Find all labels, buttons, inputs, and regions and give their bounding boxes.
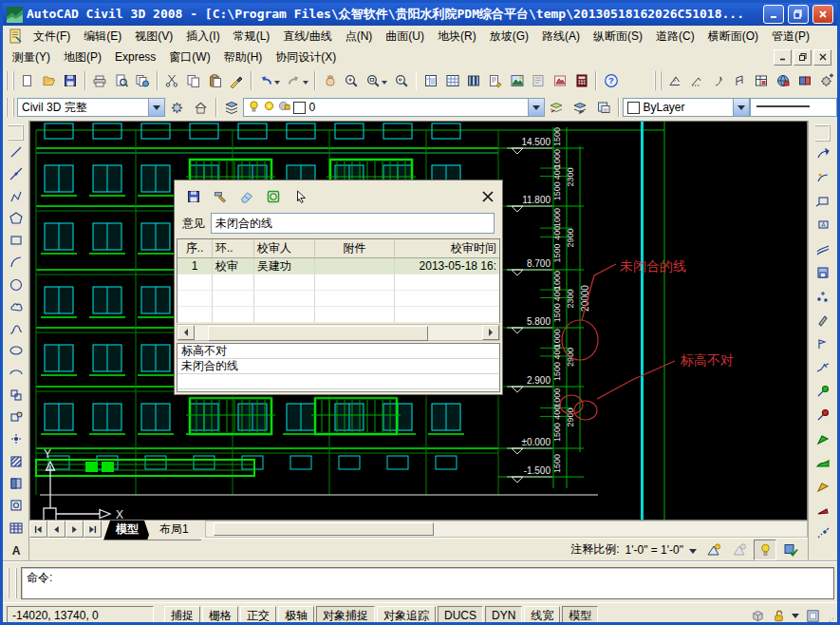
menu-item-row1-5[interactable]: 直线/曲线 — [276, 27, 338, 47]
col-seq[interactable]: 序.. — [177, 239, 213, 257]
toggle-snap[interactable]: 捕捉 — [164, 606, 200, 625]
sketch-icon[interactable] — [812, 309, 834, 331]
make-layer-current-button[interactable] — [545, 96, 569, 120]
col-review-time[interactable]: 校审时间 — [395, 239, 499, 257]
green-point-icon[interactable] — [812, 380, 834, 403]
region-icon[interactable] — [5, 495, 28, 516]
tab-prev-icon[interactable] — [47, 521, 65, 538]
menu-item-row1-2[interactable]: 视图(V) — [128, 27, 179, 47]
grading-tool-icon[interactable] — [686, 69, 708, 93]
chevron-down-icon[interactable] — [689, 543, 697, 557]
pan-icon[interactable] — [319, 69, 341, 93]
menu-item-row1-6[interactable]: 点(N) — [339, 27, 380, 47]
toolbar-lock-icon[interactable] — [769, 607, 788, 625]
toggle-polar[interactable]: 极轴 — [278, 606, 314, 625]
toolbar-grip[interactable] — [6, 98, 14, 117]
new-icon[interactable] — [17, 69, 39, 93]
menu-item-row2-5[interactable]: 协同设计(X) — [269, 47, 343, 67]
toggle-model[interactable]: 模型 — [562, 606, 598, 625]
breakline-icon[interactable] — [812, 356, 834, 379]
text-icon[interactable]: A — [5, 540, 28, 560]
layer-states-button[interactable] — [592, 96, 616, 120]
toolbar-grip[interactable] — [815, 124, 831, 142]
toolbar-grip[interactable] — [9, 124, 24, 141]
scrollbar-thumb[interactable] — [208, 326, 428, 341]
help-icon[interactable]: ? — [600, 69, 622, 93]
save-surface-icon[interactable] — [812, 261, 834, 284]
menu-item-row1-0[interactable]: 文件(F) — [27, 27, 77, 47]
coordinates-readout[interactable]: -14020, 13740, 0 — [7, 606, 154, 625]
parcel-tool-icon[interactable] — [664, 69, 686, 93]
menu-item-row2-4[interactable]: 帮助(H) — [217, 47, 270, 67]
profile-tool-icon[interactable] — [729, 69, 751, 93]
menu-item-row2-2[interactable]: Express — [108, 48, 162, 66]
sheet-set-icon[interactable] — [528, 69, 550, 93]
toolbar-grip[interactable] — [654, 71, 663, 90]
tab-layout1[interactable]: 布局1 — [147, 521, 201, 540]
create-points-icon[interactable] — [812, 285, 834, 308]
menu-item-row1-9[interactable]: 放坡(G) — [483, 27, 535, 47]
annotation-bulb-icon[interactable] — [754, 540, 776, 560]
undo-icon[interactable] — [255, 69, 284, 93]
my-workspace-button[interactable] — [189, 96, 213, 120]
resize-grip[interactable]: ⋰ — [824, 607, 833, 625]
layer-thaw-icon[interactable] — [263, 100, 275, 115]
copy-icon[interactable] — [182, 69, 204, 93]
chevron-down-icon[interactable] — [148, 99, 164, 116]
autoscale-icon[interactable] — [728, 540, 751, 560]
ellipse-arc-icon[interactable] — [5, 363, 28, 384]
table-horizontal-scrollbar[interactable] — [177, 324, 500, 341]
station-flag-icon[interactable] — [812, 332, 834, 355]
polygon-icon[interactable] — [5, 208, 28, 229]
spline-icon[interactable] — [5, 318, 28, 339]
menu-item-row1-8[interactable]: 地块(R) — [431, 27, 483, 47]
layer-on-icon[interactable] — [248, 100, 260, 115]
col-stage[interactable]: 环.. — [213, 239, 254, 257]
drawing-viewport[interactable]: 14.50011.8008.7005.8002.900±0.000-1.5001… — [29, 121, 808, 520]
close-button[interactable] — [812, 5, 833, 24]
toggle-grid[interactable]: 栅格 — [202, 606, 238, 625]
menu-item-row1-13[interactable]: 横断面(O) — [701, 27, 765, 47]
annotation-visibility-icon[interactable] — [702, 540, 725, 560]
redo-icon[interactable] — [284, 69, 312, 93]
mdi-minimize-button[interactable] — [774, 49, 792, 66]
layer-previous-button[interactable] — [569, 96, 592, 120]
line-icon[interactable] — [5, 142, 28, 162]
save-icon[interactable] — [60, 69, 82, 93]
table-icon[interactable] — [5, 517, 28, 538]
green-flag-icon[interactable] — [812, 427, 834, 450]
toolbar-grip[interactable] — [6, 71, 14, 90]
layer-combo[interactable]: 0 — [243, 98, 544, 117]
red-point-icon[interactable] — [812, 404, 834, 426]
circle-icon[interactable] — [5, 274, 28, 294]
mark-region-button[interactable] — [262, 185, 285, 208]
table-row[interactable]: 1 校审 吴建功 2013-05-18 16: — [177, 258, 499, 275]
minimize-button[interactable] — [763, 5, 784, 24]
tab-first-icon[interactable] — [29, 521, 47, 538]
red-wedge-icon[interactable] — [812, 499, 834, 521]
scroll-left-icon[interactable] — [177, 325, 195, 340]
menu-item-row2-0[interactable]: 测量(Y) — [6, 47, 57, 67]
match-properties-icon[interactable] — [226, 69, 248, 93]
yellow-flag-icon[interactable] — [812, 475, 834, 498]
menu-item-row1-14[interactable]: 管道(P) — [765, 27, 816, 47]
style-manager-icon[interactable] — [485, 69, 507, 93]
menu-item-row1-4[interactable]: 常规(L) — [227, 27, 277, 47]
eraser-tool-button[interactable] — [235, 185, 258, 208]
color-combo[interactable]: ByLayer — [623, 98, 750, 117]
make-block-icon[interactable] — [5, 407, 28, 427]
command-window-grip[interactable] — [8, 568, 17, 598]
annotation-scale-value[interactable]: 1'-0" = 1'-0" — [625, 543, 683, 557]
add-label-icon[interactable] — [812, 190, 834, 213]
chevron-down-icon[interactable] — [528, 99, 544, 116]
contour-icon[interactable] — [812, 237, 834, 260]
polyline-icon[interactable] — [5, 185, 28, 206]
revision-cloud-icon[interactable] — [5, 296, 28, 317]
tab-last-icon[interactable] — [84, 521, 102, 538]
cut-icon[interactable] — [161, 69, 183, 93]
rectangle-icon[interactable] — [5, 230, 28, 251]
col-reviewer[interactable]: 校审人 — [254, 239, 315, 257]
scroll-right-icon[interactable] — [482, 325, 499, 340]
toggle-lwt[interactable]: 线宽 — [524, 606, 560, 625]
annotation-update-icon[interactable] — [779, 540, 802, 560]
